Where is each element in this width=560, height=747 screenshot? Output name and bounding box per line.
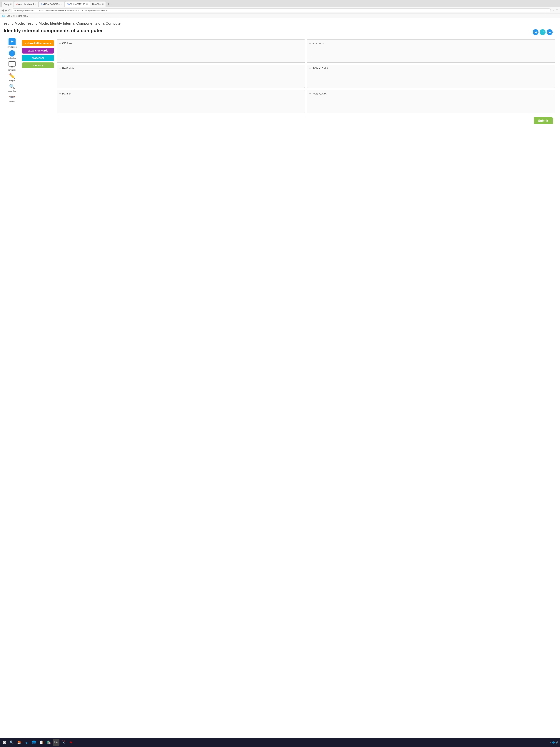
page-subtitle: Identify internal components of a comput… (4, 28, 103, 33)
breadcrumb: 🌐 Lab 3-7: Testing Mo... (0, 14, 560, 18)
tab-newtab[interactable]: New Tab ✕ (90, 1, 106, 7)
tray-chevron[interactable]: ∧ (550, 741, 551, 744)
grid-cell-pcie-x1[interactable]: ⇦ PCIe x1 slot (307, 90, 555, 113)
cell-label-pci: PCI slot (62, 92, 71, 95)
flag-icon (8, 38, 16, 45)
cell-content-rear (309, 46, 553, 60)
cell-arrow-pcie1[interactable]: ⇦ (309, 92, 311, 95)
search-icon: 🔍 (9, 84, 15, 89)
sidebar: ntroduction i instruction inventory ✏️ n… (4, 38, 22, 114)
svg-marker-1 (11, 41, 14, 43)
cell-label-pcie1: PCIe x1 slot (313, 92, 326, 95)
cell-content-ram (59, 71, 303, 86)
sidebar-label-instruction: instruction (8, 57, 16, 59)
grid-area: ⇦ CPU slot ⇦ rear ports ⇦ RAM slots (56, 38, 556, 114)
taskbar-file-explorer[interactable]: 📋 (38, 739, 45, 746)
cell-content-pcie1 (309, 96, 553, 111)
sidebar-label-contrast: contrast (9, 101, 16, 103)
globe-icon: 🌐 (2, 15, 5, 18)
nav-back-button[interactable]: ◀ (533, 29, 538, 35)
address-bar-row: ◀ ▶ ↺ ml?deploymentId=595311185683154341… (0, 7, 560, 14)
monitor-icon (8, 61, 16, 67)
cell-label-rear: rear ports (313, 42, 323, 45)
back-button[interactable]: ◀ (1, 8, 4, 12)
taskbar: ⊞ 🔍 🦊 e 🌐 📋 🛍️ 99+ ✂️ A ∧ 🌐 🔊 (0, 738, 560, 747)
category-external-attachments[interactable]: external attachments (22, 40, 54, 46)
submit-area: Submit (4, 114, 556, 127)
cell-label-pcie16: PCIe x16 slot (313, 67, 328, 70)
glasses-icon: 👓 (9, 94, 15, 100)
sidebar-label-inventory: inventory (8, 69, 16, 71)
taskbar-snipping[interactable]: ✂️ (60, 739, 67, 746)
sidebar-item-notepad[interactable]: ✏️ notepad (9, 73, 16, 81)
sidebar-item-inventory[interactable]: inventory (8, 61, 16, 71)
tab-tirrito[interactable]: Bb Tirrito CMP130 ✕ (65, 1, 90, 7)
sidebar-label-magnifier: magnifier (8, 90, 16, 92)
tab-homework[interactable]: Bb HOMEWORK – ✕ (39, 1, 64, 7)
nav-arrows: ◀ ↺ ▶ (533, 29, 553, 35)
close-tab-tirrito[interactable]: ✕ (86, 3, 88, 5)
pencil-icon: ✏️ (9, 73, 15, 79)
close-tab-ccm[interactable]: ✕ (35, 3, 36, 5)
reload-button[interactable]: ↺ (8, 8, 10, 12)
info-icon: i (9, 50, 15, 56)
category-processor[interactable]: processor (22, 55, 54, 61)
cell-arrow-ram[interactable]: ⇦ (59, 67, 61, 70)
tray-network[interactable]: 🌐 (552, 741, 555, 744)
cell-label-cpu: CPU slot (62, 42, 73, 45)
category-memory[interactable]: memory (22, 62, 54, 68)
submit-button[interactable]: Submit (534, 117, 553, 124)
page-title-main: esting Mode: Testing Mode: Identify Inte… (4, 21, 556, 26)
forward-button[interactable]: ▶ (5, 8, 7, 12)
sidebar-item-contrast[interactable]: 👓 contrast (9, 94, 16, 103)
taskbar-edge[interactable]: e (23, 739, 30, 746)
taskbar-badge-99[interactable]: 99+ (53, 739, 59, 746)
tab-ceng[interactable]: Ceng ✕ (1, 1, 14, 7)
cell-content-cpu (59, 46, 303, 60)
sidebar-item-introduction[interactable]: ntroduction (7, 38, 17, 48)
taskbar-store[interactable]: 🛍️ (45, 739, 52, 746)
categories-panel: external attachments expansion cards pro… (22, 38, 56, 114)
cell-arrow-cpu[interactable]: ⇦ (59, 42, 61, 45)
address-input[interactable]: ml?deploymentId=595311185683154341884483… (12, 8, 551, 12)
bookmark-icon[interactable]: ☆ (552, 8, 555, 12)
shield-icon: 🛡 (556, 9, 559, 12)
main-layout: ntroduction i instruction inventory ✏️ n… (4, 38, 556, 114)
tab-ccm[interactable]: y! ccm blackboard ✕ (14, 1, 39, 7)
taskbar-chrome[interactable]: 🌐 (31, 739, 37, 746)
grid-cell-pcie-x16[interactable]: ⇦ PCIe x16 slot (307, 65, 555, 88)
taskbar-firefox[interactable]: 🦊 (16, 739, 22, 746)
sidebar-item-instruction[interactable]: i instruction (8, 50, 16, 59)
sidebar-item-magnifier[interactable]: 🔍 magnifier (8, 84, 16, 92)
close-tab-homework[interactable]: ✕ (61, 3, 62, 5)
nav-refresh-button[interactable]: ↺ (540, 29, 545, 35)
tab-bar: Ceng ✕ y! ccm blackboard ✕ Bb HOMEWORK –… (0, 0, 560, 7)
sidebar-label-notepad: notepad (9, 79, 16, 81)
grid-cell-cpu-slot[interactable]: ⇦ CPU slot (57, 40, 305, 63)
sidebar-label-introduction: ntroduction (7, 46, 17, 48)
new-tab-button[interactable]: + (106, 2, 111, 6)
cell-content-pci (59, 96, 303, 111)
cell-arrow-pci[interactable]: ⇦ (59, 92, 61, 95)
page-content: esting Mode: Testing Mode: Identify Inte… (0, 18, 560, 741)
nav-forward-button[interactable]: ▶ (547, 29, 553, 35)
cell-arrow-pcie16[interactable]: ⇦ (309, 67, 311, 70)
close-tab-newtab[interactable]: ✕ (102, 3, 104, 5)
close-tab-ceng[interactable]: ✕ (10, 3, 12, 5)
grid-cell-rear-ports[interactable]: ⇦ rear ports (307, 40, 555, 63)
taskbar-search[interactable]: 🔍 (8, 739, 15, 746)
system-tray: ∧ 🌐 🔊 (550, 741, 559, 744)
cell-content-pcie16 (309, 71, 553, 86)
category-expansion-cards[interactable]: expansion cards (22, 48, 54, 54)
cell-arrow-rear[interactable]: ⇦ (309, 42, 311, 45)
grid-cell-ram-slots[interactable]: ⇦ RAM slots (57, 65, 305, 88)
cell-label-ram: RAM slots (62, 67, 74, 70)
windows-start-button[interactable]: ⊞ (1, 740, 7, 745)
browser-chrome: Ceng ✕ y! ccm blackboard ✕ Bb HOMEWORK –… (0, 0, 560, 18)
taskbar-office[interactable]: A (68, 739, 74, 746)
grid-cell-pci-slot[interactable]: ⇦ PCI slot (57, 90, 305, 113)
svg-rect-0 (11, 41, 11, 43)
tray-sound[interactable]: 🔊 (556, 741, 559, 744)
